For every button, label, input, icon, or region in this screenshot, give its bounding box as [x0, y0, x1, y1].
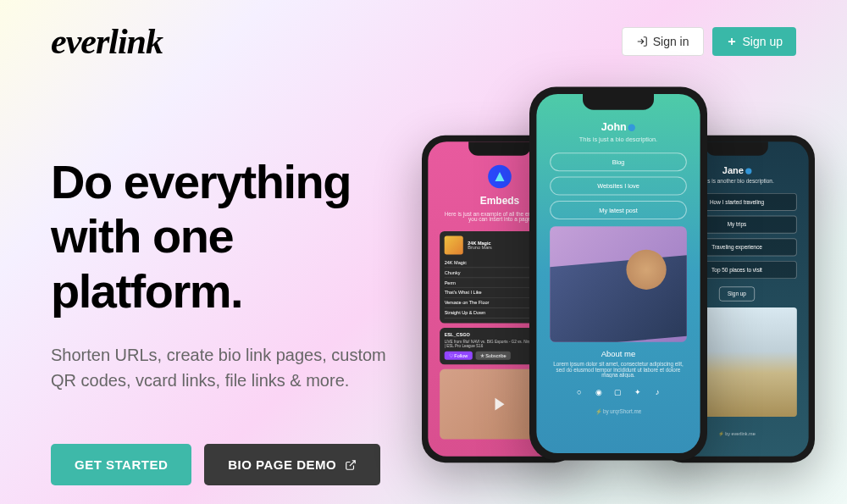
profile-desc: This is just a bio description.: [550, 136, 687, 141]
phone-notch: [468, 141, 531, 156]
bio-link: Blog: [550, 152, 687, 171]
hero-text: Do everything with one platform. Shorten…: [51, 96, 407, 504]
bio-link: My latest post: [550, 201, 687, 219]
hero-title: Do everything with one platform.: [51, 155, 407, 318]
phone-notch: [583, 94, 654, 110]
verified-badge-icon: [745, 168, 751, 174]
about-label: About me: [550, 349, 687, 358]
play-icon: [495, 398, 504, 411]
phone-notch: [706, 141, 768, 156]
signup-link: Sign up: [719, 286, 755, 301]
cta-buttons: GET STARTED BIO PAGE DEMO: [51, 444, 407, 485]
twitter-icon: ✦: [633, 386, 644, 397]
profile-name: John: [550, 120, 687, 133]
phone-center: John This is just a bio description. Blo…: [529, 87, 707, 461]
header: everlink Sign in Sign up: [0, 0, 847, 62]
tiktok-icon: ♪: [652, 386, 663, 397]
profile-image: [550, 226, 687, 341]
phones-showcase: Embeds Here is just an example of all th…: [440, 96, 796, 504]
verified-badge-icon: [628, 124, 635, 130]
signup-label: Sign up: [743, 35, 783, 48]
bio-link: Websites I love: [550, 177, 687, 196]
logo[interactable]: everlink: [51, 21, 163, 62]
hero-subtitle: Shorten URLs, create bio link pages, cus…: [51, 342, 407, 393]
hero-section: Do everything with one platform. Shorten…: [0, 62, 847, 504]
signin-button[interactable]: Sign in: [622, 27, 704, 56]
phone-screen-center: John This is just a bio description. Blo…: [536, 94, 700, 453]
messenger-icon: ◉: [594, 386, 605, 397]
external-link-icon: [345, 459, 357, 471]
plus-icon: [726, 36, 738, 47]
demo-label: BIO PAGE DEMO: [228, 457, 336, 472]
whatsapp-icon: ○: [574, 386, 585, 397]
auth-buttons: Sign in Sign up: [622, 27, 796, 56]
signup-button[interactable]: Sign up: [712, 27, 796, 56]
instagram-icon: ▢: [613, 386, 624, 397]
signin-label: Sign in: [653, 35, 689, 48]
get-started-button[interactable]: GET STARTED: [51, 444, 191, 485]
avatar-icon: [488, 165, 512, 189]
demo-button[interactable]: BIO PAGE DEMO: [204, 444, 380, 485]
get-started-label: GET STARTED: [75, 457, 168, 472]
social-icons: ○ ◉ ▢ ✦ ♪: [550, 386, 687, 397]
signin-icon: [636, 36, 648, 47]
